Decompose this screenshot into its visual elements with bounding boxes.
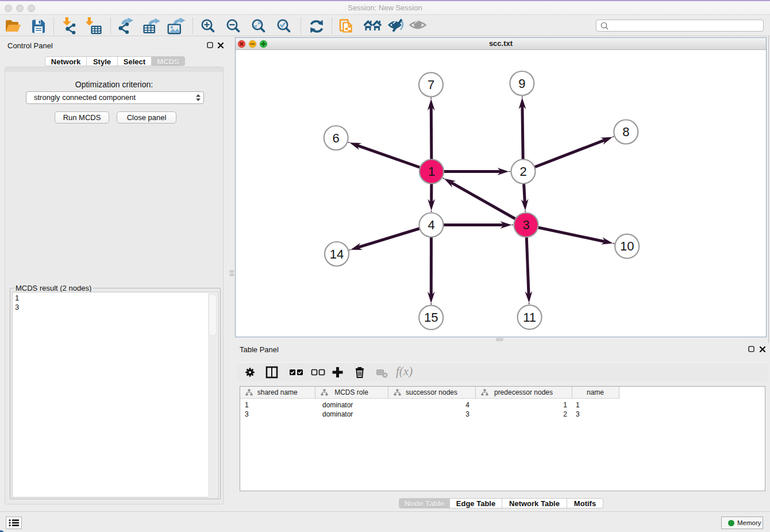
- svg-text:11: 11: [523, 310, 536, 325]
- svg-text:9: 9: [518, 76, 525, 91]
- svg-text:1: 1: [428, 164, 435, 179]
- svg-text:2: 2: [519, 164, 526, 179]
- svg-text:3: 3: [522, 218, 529, 232]
- svg-text:6: 6: [333, 131, 340, 145]
- svg-text:10: 10: [620, 239, 634, 253]
- svg-text:14: 14: [330, 247, 344, 261]
- svg-text:15: 15: [424, 310, 438, 325]
- svg-text:8: 8: [622, 125, 629, 139]
- svg-text:7: 7: [428, 78, 434, 92]
- svg-text:4: 4: [428, 218, 434, 232]
